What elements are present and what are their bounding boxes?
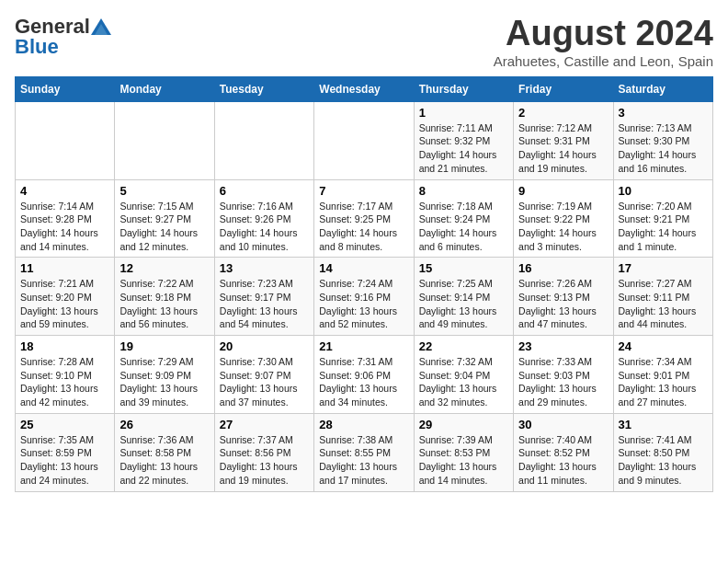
day-number: 12	[119, 261, 209, 275]
day-number: 1	[419, 106, 508, 120]
title-area: August 2024 Arahuetes, Castille and Leon…	[494, 15, 713, 69]
day-number: 17	[619, 261, 708, 275]
day-info: Sunrise: 7:12 AM Sunset: 9:31 PM Dayligh…	[518, 121, 608, 176]
day-info: Sunrise: 7:17 AM Sunset: 9:25 PM Dayligh…	[319, 200, 408, 254]
day-info: Sunrise: 7:28 AM Sunset: 9:10 PM Dayligh…	[20, 355, 109, 409]
calendar-cell: 9Sunrise: 7:19 AM Sunset: 9:22 PM Daylig…	[514, 179, 613, 258]
calendar-cell	[16, 101, 115, 179]
day-number: 24	[619, 339, 708, 353]
calendar-cell: 10Sunrise: 7:20 AM Sunset: 9:21 PM Dayli…	[613, 179, 712, 258]
calendar-week-row: 25Sunrise: 7:35 AM Sunset: 8:59 PM Dayli…	[16, 413, 713, 491]
day-number: 26	[119, 418, 209, 431]
day-header-friday: Friday	[514, 76, 613, 101]
day-number: 20	[220, 339, 309, 353]
day-info: Sunrise: 7:36 AM Sunset: 8:58 PM Dayligh…	[119, 433, 209, 488]
calendar-body: 1Sunrise: 7:11 AM Sunset: 9:32 PM Daylig…	[16, 101, 713, 491]
logo-blue-text: Blue	[15, 35, 59, 59]
day-number: 5	[119, 184, 209, 198]
subtitle: Arahuetes, Castille and Leon, Spain	[494, 53, 713, 69]
logo: General Blue	[15, 15, 111, 59]
day-number: 25	[20, 418, 109, 431]
calendar-cell: 18Sunrise: 7:28 AM Sunset: 9:10 PM Dayli…	[16, 336, 115, 414]
day-info: Sunrise: 7:18 AM Sunset: 9:24 PM Dayligh…	[419, 200, 508, 254]
day-info: Sunrise: 7:40 AM Sunset: 8:52 PM Dayligh…	[518, 433, 608, 488]
calendar-cell	[115, 101, 214, 179]
calendar-cell: 14Sunrise: 7:24 AM Sunset: 9:16 PM Dayli…	[314, 258, 414, 336]
calendar-cell: 2Sunrise: 7:12 AM Sunset: 9:31 PM Daylig…	[514, 101, 613, 179]
calendar-cell: 30Sunrise: 7:40 AM Sunset: 8:52 PM Dayli…	[514, 413, 613, 491]
day-info: Sunrise: 7:13 AM Sunset: 9:30 PM Dayligh…	[619, 121, 708, 176]
main-title: August 2024	[494, 15, 713, 53]
day-header-saturday: Saturday	[613, 76, 712, 101]
day-info: Sunrise: 7:32 AM Sunset: 9:04 PM Dayligh…	[419, 355, 508, 409]
calendar-cell: 23Sunrise: 7:33 AM Sunset: 9:03 PM Dayli…	[514, 336, 613, 414]
calendar-week-row: 4Sunrise: 7:14 AM Sunset: 9:28 PM Daylig…	[16, 179, 713, 258]
calendar-cell: 17Sunrise: 7:27 AM Sunset: 9:11 PM Dayli…	[613, 258, 712, 336]
day-info: Sunrise: 7:35 AM Sunset: 8:59 PM Dayligh…	[20, 433, 109, 488]
calendar-cell	[214, 101, 313, 179]
day-info: Sunrise: 7:15 AM Sunset: 9:27 PM Dayligh…	[119, 200, 209, 254]
calendar-week-row: 1Sunrise: 7:11 AM Sunset: 9:32 PM Daylig…	[16, 101, 713, 179]
calendar-cell: 12Sunrise: 7:22 AM Sunset: 9:18 PM Dayli…	[115, 258, 214, 336]
calendar-header-row: SundayMondayTuesdayWednesdayThursdayFrid…	[16, 76, 713, 101]
day-number: 27	[220, 418, 309, 431]
day-info: Sunrise: 7:22 AM Sunset: 9:18 PM Dayligh…	[119, 277, 209, 331]
day-info: Sunrise: 7:24 AM Sunset: 9:16 PM Dayligh…	[319, 277, 408, 331]
calendar-cell	[314, 101, 414, 179]
calendar-cell: 20Sunrise: 7:30 AM Sunset: 9:07 PM Dayli…	[214, 336, 313, 414]
day-number: 22	[419, 339, 508, 353]
day-info: Sunrise: 7:34 AM Sunset: 9:01 PM Dayligh…	[619, 355, 708, 409]
calendar-cell: 15Sunrise: 7:25 AM Sunset: 9:14 PM Dayli…	[414, 258, 513, 336]
day-info: Sunrise: 7:21 AM Sunset: 9:20 PM Dayligh…	[20, 277, 109, 331]
calendar-cell: 16Sunrise: 7:26 AM Sunset: 9:13 PM Dayli…	[514, 258, 613, 336]
day-number: 4	[20, 184, 109, 198]
calendar-week-row: 18Sunrise: 7:28 AM Sunset: 9:10 PM Dayli…	[16, 336, 713, 414]
page-header: General Blue August 2024 Arahuetes, Cast…	[15, 15, 713, 69]
day-header-sunday: Sunday	[16, 76, 115, 101]
day-number: 13	[220, 261, 309, 275]
calendar-cell: 7Sunrise: 7:17 AM Sunset: 9:25 PM Daylig…	[314, 179, 414, 258]
calendar-cell: 4Sunrise: 7:14 AM Sunset: 9:28 PM Daylig…	[16, 179, 115, 258]
day-info: Sunrise: 7:37 AM Sunset: 8:56 PM Dayligh…	[220, 433, 309, 488]
day-info: Sunrise: 7:27 AM Sunset: 9:11 PM Dayligh…	[619, 277, 708, 331]
day-number: 10	[619, 184, 708, 198]
day-info: Sunrise: 7:11 AM Sunset: 9:32 PM Dayligh…	[419, 121, 508, 176]
day-info: Sunrise: 7:26 AM Sunset: 9:13 PM Dayligh…	[518, 277, 608, 331]
day-number: 7	[319, 184, 408, 198]
calendar-table: SundayMondayTuesdayWednesdayThursdayFrid…	[15, 76, 713, 492]
day-number: 29	[419, 418, 508, 431]
calendar-cell: 24Sunrise: 7:34 AM Sunset: 9:01 PM Dayli…	[613, 336, 712, 414]
day-number: 15	[419, 261, 508, 275]
calendar-cell: 22Sunrise: 7:32 AM Sunset: 9:04 PM Dayli…	[414, 336, 513, 414]
day-number: 30	[518, 418, 608, 431]
day-number: 16	[518, 261, 608, 275]
calendar-week-row: 11Sunrise: 7:21 AM Sunset: 9:20 PM Dayli…	[16, 258, 713, 336]
calendar-cell: 1Sunrise: 7:11 AM Sunset: 9:32 PM Daylig…	[414, 101, 513, 179]
day-number: 18	[20, 339, 109, 353]
day-info: Sunrise: 7:31 AM Sunset: 9:06 PM Dayligh…	[319, 355, 408, 409]
day-number: 21	[319, 339, 408, 353]
calendar-cell: 31Sunrise: 7:41 AM Sunset: 8:50 PM Dayli…	[613, 413, 712, 491]
day-info: Sunrise: 7:20 AM Sunset: 9:21 PM Dayligh…	[619, 200, 708, 254]
day-number: 19	[119, 339, 209, 353]
calendar-cell: 6Sunrise: 7:16 AM Sunset: 9:26 PM Daylig…	[214, 179, 313, 258]
day-number: 8	[419, 184, 508, 198]
day-number: 6	[220, 184, 309, 198]
calendar-cell: 21Sunrise: 7:31 AM Sunset: 9:06 PM Dayli…	[314, 336, 414, 414]
calendar-cell: 11Sunrise: 7:21 AM Sunset: 9:20 PM Dayli…	[16, 258, 115, 336]
day-info: Sunrise: 7:25 AM Sunset: 9:14 PM Dayligh…	[419, 277, 508, 331]
day-number: 2	[518, 106, 608, 120]
day-info: Sunrise: 7:39 AM Sunset: 8:53 PM Dayligh…	[419, 433, 508, 488]
day-header-thursday: Thursday	[414, 76, 513, 101]
day-info: Sunrise: 7:30 AM Sunset: 9:07 PM Dayligh…	[220, 355, 309, 409]
calendar-cell: 27Sunrise: 7:37 AM Sunset: 8:56 PM Dayli…	[214, 413, 313, 491]
calendar-cell: 8Sunrise: 7:18 AM Sunset: 9:24 PM Daylig…	[414, 179, 513, 258]
calendar-cell: 5Sunrise: 7:15 AM Sunset: 9:27 PM Daylig…	[115, 179, 214, 258]
day-number: 23	[518, 339, 608, 353]
day-info: Sunrise: 7:29 AM Sunset: 9:09 PM Dayligh…	[119, 355, 209, 409]
day-info: Sunrise: 7:38 AM Sunset: 8:55 PM Dayligh…	[319, 433, 408, 488]
calendar-cell: 28Sunrise: 7:38 AM Sunset: 8:55 PM Dayli…	[314, 413, 414, 491]
day-number: 31	[619, 418, 708, 431]
day-number: 11	[20, 261, 109, 275]
calendar-cell: 26Sunrise: 7:36 AM Sunset: 8:58 PM Dayli…	[115, 413, 214, 491]
